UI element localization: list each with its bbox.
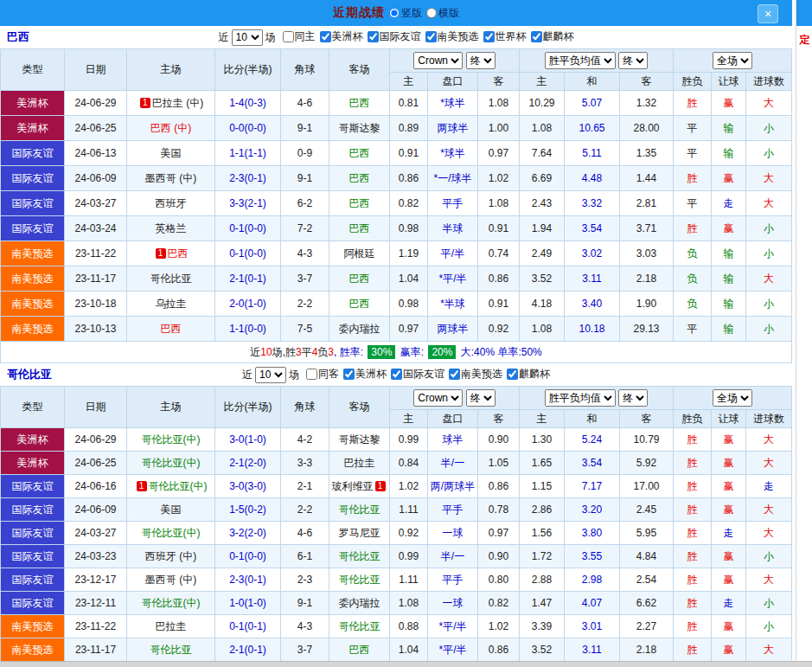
wdl-final-select[interactable]: 终 <box>618 389 648 407</box>
away-team-cell[interactable]: 巴拉圭 <box>329 452 390 475</box>
fulltime-select[interactable]: 全场 <box>713 389 752 407</box>
home-team-cell[interactable]: 哥伦比亚(中) <box>127 522 215 545</box>
away-team-cell[interactable]: 巴西 <box>329 191 390 216</box>
home-team-cell[interactable]: 墨西哥 (中) <box>127 166 215 191</box>
filter-checkbox[interactable] <box>483 31 495 42</box>
away-team-cell[interactable]: 哥伦比亚 <box>329 498 390 522</box>
handicap-result-flag: 赢 <box>712 615 746 638</box>
filter-checkbox[interactable] <box>425 31 437 42</box>
filter-美洲杯[interactable]: 美洲杯 <box>320 29 363 44</box>
away-team-cell[interactable]: 哥伦比亚 <box>329 615 390 638</box>
home-team-cell[interactable]: 巴拉圭 <box>127 615 215 638</box>
home-team-cell[interactable]: 哥伦比亚 <box>127 266 215 292</box>
away-team-cell[interactable]: 哥伦比亚 <box>329 545 390 568</box>
away-team-cell[interactable]: 委内瑞拉 <box>329 592 390 615</box>
filter-麒麟杯[interactable]: 麒麟杯 <box>507 367 550 382</box>
home-team-cell[interactable]: 1巴拉圭 (中) <box>127 91 215 116</box>
handicap-result-flag: 输 <box>712 292 746 317</box>
filter-麒麟杯[interactable]: 麒麟杯 <box>531 29 574 44</box>
away-team-cell[interactable]: 阿根廷 <box>329 241 390 266</box>
horizontal-scrollbar[interactable] <box>0 661 812 667</box>
home-team-cell[interactable]: 英格兰 <box>127 216 215 241</box>
away-team-cell[interactable]: 巴西 <box>329 266 390 292</box>
filter-checkbox[interactable] <box>368 31 379 42</box>
goals-result-flag: 大 <box>746 522 792 545</box>
close-icon[interactable]: × <box>758 4 778 23</box>
away-team-cell[interactable]: 哥斯达黎 <box>329 428 390 452</box>
home-team-name: 哥伦比亚(中) <box>149 480 208 492</box>
fulltime-select[interactable]: 全场 <box>713 52 752 69</box>
home-team-name: 哥伦比亚 <box>150 273 192 285</box>
home-team-cell[interactable]: 美国 <box>127 141 215 166</box>
home-team-cell[interactable]: 哥伦比亚(中) <box>127 428 215 452</box>
horizontal-radio[interactable] <box>426 8 437 18</box>
away-team-cell[interactable]: 巴西 <box>329 91 390 116</box>
filter-checkbox[interactable] <box>391 369 402 380</box>
odds-mean-select[interactable]: 胜平负均值 <box>545 52 616 69</box>
filter-checkbox[interactable] <box>320 31 331 42</box>
home-team-cell[interactable]: 1哥伦比亚(中) <box>127 475 215 498</box>
home-team-cell[interactable]: 哥伦比亚(中) <box>127 592 215 615</box>
competition-type: 国际友谊 <box>1 216 65 241</box>
filter-checkbox[interactable] <box>531 31 542 42</box>
home-team-cell[interactable]: 西班牙 <box>127 191 215 216</box>
home-team-cell[interactable]: 哥伦比亚 <box>127 638 215 662</box>
home-team-cell[interactable]: 巴西 (中) <box>127 116 215 141</box>
filter-美洲杯[interactable]: 美洲杯 <box>343 367 387 382</box>
summary-segment: 近 <box>250 346 260 358</box>
away-team-cell[interactable]: 巴西 <box>329 292 390 317</box>
away-team-cell[interactable]: 哥伦比亚 <box>329 568 390 592</box>
home-team-cell[interactable]: 巴西 <box>127 317 215 342</box>
filter-label: 同主 <box>295 29 316 44</box>
filter-checkbox[interactable] <box>343 369 355 380</box>
home-team-name: 乌拉圭 <box>156 298 187 310</box>
games-count-select[interactable]: 10 <box>232 29 263 46</box>
asian-handicap-line: 两球半 <box>428 116 478 141</box>
games-count-select[interactable]: 10 <box>255 367 286 383</box>
wdl-final-select[interactable]: 终 <box>618 52 648 69</box>
result-flag: 负 <box>674 266 712 292</box>
filter-checkbox[interactable] <box>507 369 518 380</box>
goals-result-flag: 小 <box>746 141 792 166</box>
filter-checkbox[interactable] <box>306 369 317 380</box>
result-flag: 胜 <box>674 166 712 191</box>
vertical-radio[interactable] <box>389 8 400 18</box>
away-team-cell[interactable]: 巴西 <box>329 638 390 662</box>
away-team-cell[interactable]: 委内瑞拉 <box>329 317 390 342</box>
filter-同主[interactable]: 同主 <box>283 29 316 44</box>
filter-国际友谊[interactable]: 国际友谊 <box>368 29 421 44</box>
filter-checkbox[interactable] <box>283 31 294 42</box>
match-date: 24-03-27 <box>65 522 127 545</box>
away-team-cell[interactable]: 哥斯达黎 <box>329 116 390 141</box>
away-team-cell[interactable]: 巴西 <box>329 166 390 191</box>
euro-home-odds: 4.18 <box>520 292 565 317</box>
home-team-cell[interactable]: 1巴西 <box>127 241 215 266</box>
home-team-cell[interactable]: 西班牙 (中) <box>127 545 215 568</box>
layout-vertical-option[interactable]: 竖版 <box>389 6 422 21</box>
filter-南美预选[interactable]: 南美预选 <box>425 29 479 44</box>
filter-南美预选[interactable]: 南美预选 <box>449 367 502 382</box>
home-team-cell[interactable]: 美国 <box>127 498 215 522</box>
away-team-cell[interactable]: 玻利维亚1 <box>329 475 390 498</box>
bookmaker-select[interactable]: Crown <box>413 52 463 69</box>
home-team-cell[interactable]: 乌拉圭 <box>127 292 215 317</box>
filter-checkbox[interactable] <box>449 369 460 380</box>
col-score: 比分(半场) <box>215 49 281 91</box>
bookmaker-select[interactable]: Crown <box>413 389 463 407</box>
handicap-final-select[interactable]: 终 <box>466 389 496 407</box>
home-team-cell[interactable]: 哥伦比亚(中) <box>127 452 215 475</box>
summary-segment: 负 <box>317 346 328 358</box>
handicap-final-select[interactable]: 终 <box>466 52 496 69</box>
filter-同客[interactable]: 同客 <box>306 367 339 382</box>
asian-home-odds: 0.98 <box>390 216 428 241</box>
filter-世界杯[interactable]: 世界杯 <box>483 29 527 44</box>
layout-horizontal-option[interactable]: 横版 <box>426 6 459 21</box>
filter-国际友谊[interactable]: 国际友谊 <box>391 367 444 382</box>
home-team-cell[interactable]: 墨西哥 (中) <box>127 568 215 592</box>
away-team-cell[interactable]: 巴西 <box>329 141 390 166</box>
away-team-cell[interactable]: 巴西 <box>329 216 390 241</box>
odds-mean-select[interactable]: 胜平负均值 <box>545 389 616 407</box>
match-row: 美洲杯24-06-291巴拉圭 (中)1-4(0-3)4-6巴西0.81*球半1… <box>1 91 792 116</box>
col-asian-away: 客 <box>478 410 520 428</box>
away-team-cell[interactable]: 罗马尼亚 <box>329 522 390 545</box>
